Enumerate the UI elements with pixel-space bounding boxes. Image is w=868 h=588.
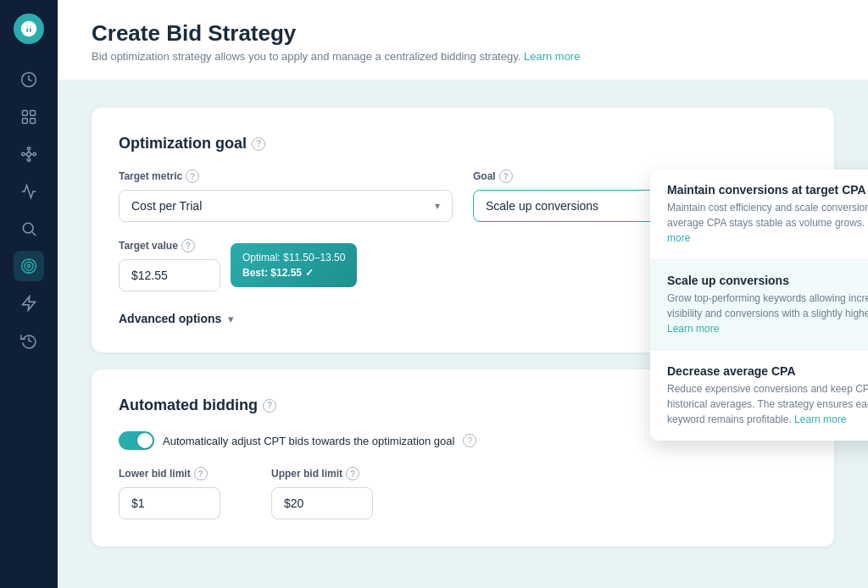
svg-point-7 bbox=[22, 153, 25, 155]
svg-point-19 bbox=[27, 264, 30, 267]
sidebar-item-grid[interactable] bbox=[14, 102, 44, 132]
main-content: Create Bid Strategy Bid optimization str… bbox=[58, 0, 868, 588]
goal-help-icon[interactable]: ? bbox=[499, 169, 513, 183]
lower-bid-input[interactable] bbox=[119, 487, 220, 519]
svg-rect-3 bbox=[31, 111, 36, 116]
goal-option-decrease-desc: Reduce expensive conversions and keep CP… bbox=[667, 381, 868, 427]
metric-goal-row: Target metric ? Cost per Trial ▾ Goal ? bbox=[119, 169, 807, 222]
optimization-goal-help-icon[interactable]: ? bbox=[252, 137, 265, 151]
target-metric-value: Cost per Trial bbox=[131, 199, 202, 213]
target-value-input[interactable] bbox=[119, 259, 220, 291]
automated-bidding-title-text: Automated bidding bbox=[119, 397, 258, 414]
sidebar bbox=[0, 0, 58, 588]
section-title-text: Optimization goal bbox=[119, 135, 247, 153]
optimal-range: Optimal: $11.50–13.50 bbox=[242, 250, 345, 265]
page-title: Create Bid Strategy bbox=[92, 20, 834, 47]
goal-option-maintain[interactable]: Maintain conversions at target CPA Maint… bbox=[650, 169, 868, 260]
decrease-learn-more-link[interactable]: Learn more bbox=[794, 413, 846, 425]
sidebar-item-analytics[interactable] bbox=[14, 176, 44, 207]
goal-option-scale-desc: Grow top-performing keywords allowing in… bbox=[667, 291, 868, 336]
target-value-help-icon[interactable]: ? bbox=[181, 239, 195, 252]
automated-bidding-help-icon[interactable]: ? bbox=[263, 399, 276, 413]
goal-group: Goal ? Scale up conversions ▴ Maintain c… bbox=[473, 169, 807, 222]
upper-bid-help-icon[interactable]: ? bbox=[346, 467, 359, 480]
sidebar-item-history[interactable] bbox=[14, 325, 44, 356]
page-body: Optimization goal ? Target metric ? Cost… bbox=[58, 80, 868, 588]
sidebar-item-lightning[interactable] bbox=[14, 288, 44, 319]
target-metric-group: Target metric ? Cost per Trial ▾ bbox=[119, 169, 453, 222]
svg-point-8 bbox=[33, 153, 36, 155]
auto-adjust-toggle[interactable] bbox=[119, 431, 154, 450]
svg-rect-4 bbox=[23, 119, 28, 124]
advanced-options-label: Advanced options bbox=[119, 312, 221, 325]
subtitle-text: Bid optimization strategy allows you to … bbox=[92, 50, 520, 63]
upper-bid-limit-label: Upper bid limit ? bbox=[271, 467, 407, 480]
svg-line-16 bbox=[32, 232, 36, 236]
best-value: Best: $12.55 ✓ bbox=[242, 265, 345, 280]
goal-option-decrease[interactable]: Decrease average CPA Reduce expensive co… bbox=[650, 351, 868, 441]
lower-bid-limit-group: Lower bid limit ? bbox=[119, 467, 254, 519]
toggle-help-icon[interactable]: ? bbox=[463, 434, 476, 447]
lower-bid-limit-label: Lower bid limit ? bbox=[119, 467, 254, 480]
learn-more-header-link[interactable]: Learn more bbox=[524, 50, 580, 63]
sidebar-logo[interactable] bbox=[14, 14, 44, 44]
svg-point-18 bbox=[25, 262, 33, 270]
svg-rect-2 bbox=[23, 111, 28, 116]
target-metric-chevron-icon: ▾ bbox=[435, 200, 440, 212]
upper-bid-input[interactable] bbox=[271, 487, 373, 519]
advanced-options-chevron-icon: ▾ bbox=[228, 313, 234, 325]
sidebar-item-dashboard[interactable] bbox=[14, 64, 44, 95]
page-header: Create Bid Strategy Bid optimization str… bbox=[58, 0, 868, 80]
svg-point-17 bbox=[22, 259, 36, 274]
goal-option-maintain-title: Maintain conversions at target CPA bbox=[667, 183, 868, 197]
target-value-label: Target value ? bbox=[119, 239, 220, 252]
scale-learn-more-link[interactable]: Learn more bbox=[667, 323, 719, 335]
lower-bid-help-icon[interactable]: ? bbox=[194, 467, 208, 480]
goal-option-maintain-desc: Maintain cost efficiency and scale conve… bbox=[667, 200, 868, 246]
sidebar-item-connections[interactable] bbox=[14, 139, 44, 169]
target-metric-label: Target metric ? bbox=[119, 169, 453, 183]
target-value-group: Target value ? bbox=[119, 239, 220, 291]
page-subtitle: Bid optimization strategy allows you to … bbox=[92, 50, 834, 63]
goal-dropdown-menu: Maintain conversions at target CPA Maint… bbox=[650, 169, 868, 441]
sidebar-item-search[interactable] bbox=[14, 214, 44, 244]
bid-limit-row: Lower bid limit ? Upper bid limit ? bbox=[119, 467, 807, 519]
target-metric-select[interactable]: Cost per Trial ▾ bbox=[119, 190, 453, 222]
svg-rect-5 bbox=[31, 119, 36, 124]
check-icon: ✓ bbox=[305, 265, 314, 280]
goal-value: Scale up conversions bbox=[486, 199, 598, 213]
svg-point-10 bbox=[27, 158, 30, 161]
svg-point-9 bbox=[27, 147, 30, 150]
optimization-goal-title: Optimization goal ? bbox=[119, 135, 807, 153]
maintain-learn-more-link[interactable]: Learn more bbox=[667, 217, 868, 244]
toggle-label: Automatically adjust CPT bids towards th… bbox=[163, 435, 454, 447]
goal-option-decrease-title: Decrease average CPA bbox=[667, 364, 868, 378]
target-metric-help-icon[interactable]: ? bbox=[186, 169, 199, 183]
goal-option-scale[interactable]: Scale up conversions Grow top-performing… bbox=[650, 260, 868, 351]
goal-option-scale-title: Scale up conversions bbox=[667, 274, 868, 287]
optimal-badge: Optimal: $11.50–13.50 Best: $12.55 ✓ bbox=[231, 243, 357, 287]
svg-point-6 bbox=[27, 153, 31, 157]
optimization-goal-card: Optimization goal ? Target metric ? Cost… bbox=[92, 108, 834, 352]
upper-bid-limit-group: Upper bid limit ? bbox=[271, 467, 407, 519]
sidebar-item-goals[interactable] bbox=[14, 251, 44, 281]
svg-point-15 bbox=[23, 223, 33, 233]
svg-marker-22 bbox=[23, 297, 36, 311]
